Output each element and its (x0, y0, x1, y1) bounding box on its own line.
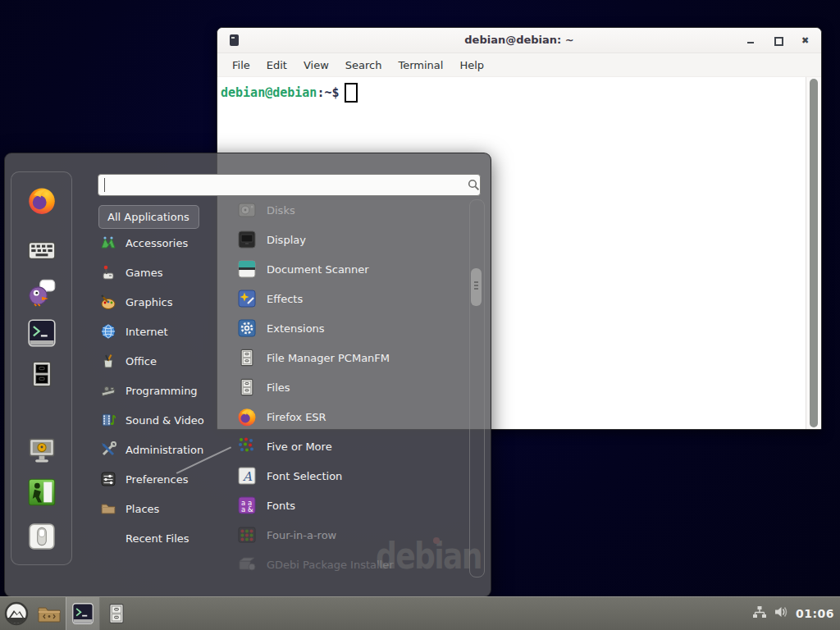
menu-logo-icon (4, 601, 29, 626)
log-out-icon (27, 477, 57, 507)
category-internet[interactable]: Internet (100, 317, 231, 346)
prompt-user-host: debian@debian (221, 85, 317, 100)
minimize-button[interactable] (746, 36, 756, 45)
programming-icon (100, 382, 116, 399)
games-icon (100, 264, 116, 281)
category-programming[interactable]: Programming (100, 376, 231, 405)
category-recent-files[interactable]: Recent Files (100, 523, 231, 553)
disks-icon (237, 200, 257, 220)
volume-icon[interactable] (774, 605, 789, 623)
close-button[interactable]: ✖ (801, 36, 810, 45)
category-administration[interactable]: Administration (100, 435, 231, 464)
terminal-cursor (345, 83, 358, 103)
system-tray: 01:06 (752, 605, 840, 623)
category-office[interactable]: Office (100, 346, 231, 376)
extensions-icon (237, 318, 257, 338)
app-disks[interactable]: Disks (237, 195, 467, 225)
office-icon (100, 353, 116, 369)
menu-help[interactable]: Help (451, 59, 492, 71)
places-folder-icon (100, 500, 116, 517)
file-manager-favorite-button[interactable] (27, 359, 57, 389)
firefox-icon (237, 407, 257, 427)
lock-screen-button[interactable] (27, 436, 57, 466)
shutdown-switch-icon (28, 523, 56, 550)
folder-icon (37, 604, 62, 624)
terminal-scrollbar-handle[interactable] (810, 79, 818, 427)
keyboard-icon (28, 241, 56, 261)
graphics-icon (100, 294, 116, 310)
menu-edit[interactable]: Edit (258, 59, 295, 71)
terminal-menubar: File Edit View Search Terminal Help (217, 53, 821, 77)
category-preferences[interactable]: Preferences (100, 464, 231, 494)
display-icon (237, 230, 257, 249)
svg-text:A: A (242, 469, 253, 484)
app-five-or-more[interactable]: Five or More (237, 431, 467, 461)
category-places[interactable]: Places (100, 494, 231, 523)
font-selection-icon: A (237, 466, 257, 486)
five-or-more-icon (237, 436, 257, 456)
category-games[interactable]: Games (100, 258, 231, 287)
firefox-icon (27, 185, 57, 215)
terminal-scrollbar-track[interactable] (806, 77, 821, 429)
prompt-suffix: :~$ (317, 85, 339, 100)
taskbar-terminal-button[interactable] (66, 597, 100, 630)
firefox-favorite-button[interactable] (27, 185, 57, 215)
terminal-titlebar[interactable]: debian@debian: ~ ✖ (217, 28, 821, 53)
taskbar: 01:06 (0, 596, 840, 630)
category-sound-video[interactable]: Sound & Video (100, 405, 231, 435)
gdebi-icon (237, 555, 257, 574)
taskbar-file-manager-button[interactable] (100, 597, 133, 630)
app-extensions[interactable]: Extensions (237, 313, 467, 343)
category-all-applications[interactable]: All Applications (98, 205, 199, 229)
fonts-icon: a a a & (237, 495, 257, 515)
terminal-title: debian@debian: ~ (217, 28, 821, 52)
app-gdebi-package-installer[interactable]: GDebi Package Installer (237, 550, 467, 579)
administration-icon (100, 441, 116, 458)
search-caret (104, 178, 105, 192)
category-graphics[interactable]: Graphics (100, 287, 231, 317)
keyboard-favorite-button[interactable] (27, 236, 57, 266)
app-firefox-esr[interactable]: Firefox ESR (237, 402, 467, 431)
maximize-button[interactable] (774, 36, 783, 45)
favorites-column (11, 171, 72, 565)
terminal-favorite-button[interactable] (27, 318, 57, 348)
menu-button[interactable] (0, 597, 33, 630)
prompt-line: debian@debian:~$ (217, 77, 821, 103)
app-fonts[interactable]: a a a & Fonts (237, 491, 467, 520)
menu-file[interactable]: File (224, 59, 258, 71)
effects-icon (237, 289, 257, 308)
four-in-a-row-icon (237, 525, 257, 545)
app-files[interactable]: Files (237, 372, 467, 402)
application-list: Disks Display Document Scanner (237, 195, 467, 579)
app-document-scanner[interactable]: Document Scanner (237, 254, 467, 284)
preferences-icon (100, 471, 116, 487)
file-cabinet-icon (237, 348, 257, 368)
file-cabinet-icon (28, 359, 56, 389)
search-input[interactable] (98, 174, 481, 196)
quit-button[interactable] (27, 522, 57, 551)
app-font-selection[interactable]: A Font Selection (237, 461, 467, 491)
menu-terminal[interactable]: Terminal (390, 59, 451, 71)
pidgin-favorite-button[interactable] (27, 277, 57, 307)
sound-video-icon (100, 412, 116, 428)
clock[interactable]: 01:06 (796, 607, 834, 620)
pidgin-icon (27, 277, 57, 307)
app-file-manager-pcmanfm[interactable]: File Manager PCManFM (237, 343, 467, 372)
menu-view[interactable]: View (295, 59, 337, 71)
search-icon (468, 179, 480, 191)
application-menu: All Applications Accessories Games (4, 153, 491, 597)
app-display[interactable]: Display (237, 225, 467, 254)
category-list: Accessories Games Graphics (100, 228, 231, 553)
app-four-in-a-row[interactable]: Four-in-a-row (237, 520, 467, 550)
taskbar-folder-button[interactable] (33, 597, 66, 630)
network-icon[interactable] (752, 605, 767, 623)
menu-scrollbar-track[interactable] (469, 199, 485, 578)
log-out-button[interactable] (27, 477, 57, 507)
document-scanner-icon (237, 259, 257, 279)
app-effects[interactable]: Effects (237, 284, 467, 313)
menu-search[interactable]: Search (337, 59, 390, 71)
category-accessories[interactable]: Accessories (100, 228, 231, 258)
menu-scrollbar-handle[interactable] (471, 268, 482, 306)
accessories-icon (100, 235, 116, 251)
recent-files-spacer (100, 530, 116, 546)
